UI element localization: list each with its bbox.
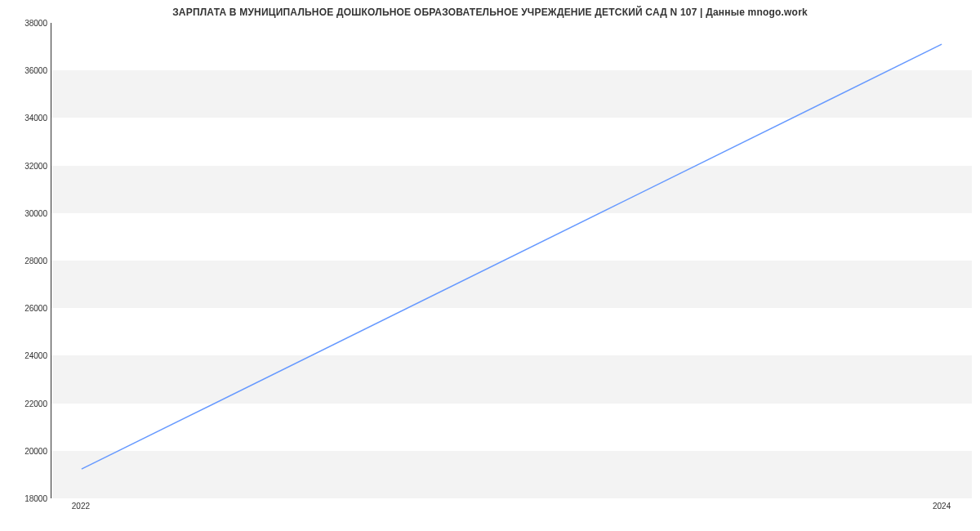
y-tick-label: 20000 [7, 446, 47, 455]
y-tick-label: 24000 [7, 351, 47, 360]
y-tick-label: 18000 [7, 494, 47, 503]
y-tick-label: 34000 [7, 114, 47, 123]
y-tick-label: 28000 [7, 257, 47, 266]
chart-container: ЗАРПЛАТА В МУНИЦИПАЛЬНОЕ ДОШКОЛЬНОЕ ОБРА… [0, 0, 980, 531]
y-tick-label: 30000 [7, 208, 47, 217]
chart-title: ЗАРПЛАТА В МУНИЦИПАЛЬНОЕ ДОШКОЛЬНОЕ ОБРА… [0, 7, 980, 18]
y-tick-label: 36000 [7, 66, 47, 75]
line-series [51, 23, 972, 498]
x-tick-label: 2024 [933, 502, 951, 511]
y-tick-label: 38000 [7, 19, 47, 28]
plot-area [51, 23, 972, 498]
y-tick-label: 32000 [7, 161, 47, 170]
series-line [82, 44, 942, 469]
y-tick-label: 26000 [7, 304, 47, 313]
x-tick-label: 2022 [72, 502, 90, 511]
y-tick-label: 22000 [7, 399, 47, 408]
